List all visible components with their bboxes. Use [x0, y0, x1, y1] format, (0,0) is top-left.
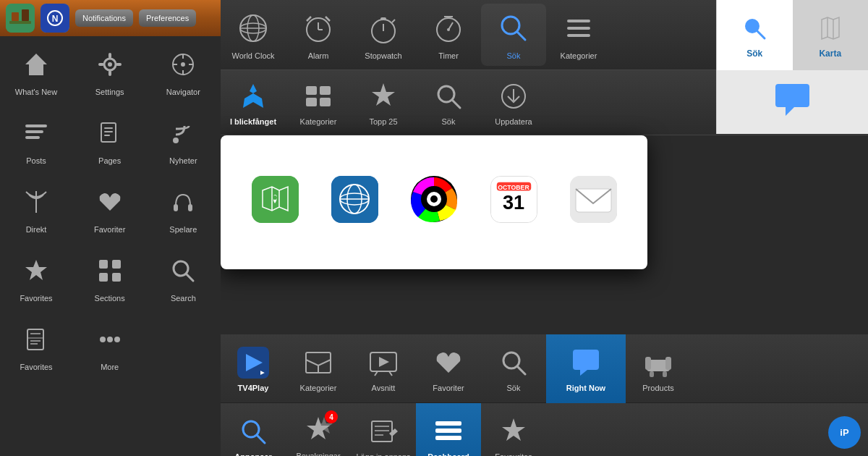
calendar-popup-icon: OCTOBER 31	[490, 176, 537, 223]
tv4play-btn[interactable]: ▶ TV4Play	[221, 334, 286, 403]
kategorier2-btn[interactable]: Kategorier	[286, 70, 351, 137]
rss-icon	[164, 114, 202, 152]
svg-rect-2	[22, 9, 29, 21]
svg-rect-122	[435, 428, 461, 433]
svg-line-63	[517, 32, 525, 40]
svg-line-74	[452, 100, 460, 108]
favourites-btn[interactable]: Favourites	[481, 403, 546, 457]
search3-icon	[496, 345, 531, 380]
kategorier3-btn[interactable]: Kategorier	[286, 334, 351, 403]
stopwatch-icon-btn[interactable]: Stopwatch	[351, 4, 416, 66]
svg-rect-69	[320, 86, 331, 95]
more-icon	[91, 321, 129, 358]
annonser-row: Annonser 4 Bevakningar	[221, 403, 868, 456]
sidebar-item-pages[interactable]: Pages	[74, 105, 146, 174]
right-now-btn[interactable]: Right Now	[546, 334, 626, 403]
sidebar-item-navigator[interactable]: Navigator	[147, 36, 219, 105]
chat-icon-large	[773, 81, 812, 121]
sidebar-item-settings[interactable]: Settings	[74, 36, 146, 105]
navigator-icon	[164, 46, 202, 83]
svg-rect-20	[25, 124, 47, 127]
kategorier-top-btn[interactable]: Kategorier	[546, 4, 611, 66]
globe-popup-btn[interactable]	[331, 176, 378, 229]
bevakningar-btn[interactable]: 4 Bevakningar	[286, 403, 351, 457]
colorwheel-popup-btn[interactable]	[411, 176, 458, 229]
ip-logo[interactable]: iP	[828, 416, 861, 449]
sidebar-item-favoriter[interactable]: Favoriter	[74, 174, 146, 242]
svg-rect-0	[6, 4, 35, 33]
topp25-btn[interactable]: Topp 25	[351, 70, 416, 137]
maps-popup-btn[interactable]	[252, 176, 299, 229]
svg-rect-70	[306, 98, 317, 106]
spotlight-icon	[236, 79, 271, 114]
world-clock-icon[interactable]: World Clock	[221, 4, 286, 66]
svg-rect-111	[663, 371, 667, 377]
sidebar-item-more[interactable]: More	[74, 311, 146, 380]
avsnitt-btn[interactable]: Avsnitt	[351, 334, 416, 403]
svg-rect-108	[645, 357, 651, 370]
sidebar-item-whats-new[interactable]: What's New	[0, 36, 72, 105]
sidebar-item-sections[interactable]: Sections	[74, 242, 146, 311]
right-panel: Sök Karta	[716, 0, 868, 134]
timer-icon-btn[interactable]: Timer	[416, 4, 481, 66]
chat-panel	[717, 70, 868, 132]
karta-tab[interactable]: Karta	[793, 0, 869, 70]
notifications-button[interactable]: Notifications	[75, 9, 133, 27]
svg-rect-25	[104, 131, 113, 132]
svg-marker-120	[389, 428, 398, 436]
book-icon	[17, 321, 55, 358]
sidebar-item-posts[interactable]: Posts	[0, 105, 72, 174]
products-btn[interactable]: Products	[626, 334, 691, 403]
sok3-btn[interactable]: Sök	[481, 334, 546, 403]
sok-tab[interactable]: Sök	[717, 0, 793, 70]
edit-icon	[366, 414, 401, 449]
svg-rect-29	[174, 204, 178, 211]
preferences-button[interactable]: Preferences	[139, 9, 196, 27]
favoriter2-btn[interactable]: Favoriter	[416, 334, 481, 403]
download-icon	[496, 79, 531, 114]
sidebar-item-spelare[interactable]: Spelare	[147, 174, 219, 242]
svg-rect-21	[25, 130, 43, 133]
screen: N Notifications Preferences What's New	[0, 0, 868, 456]
sidebar-item-nyheter[interactable]: Nyheter	[147, 105, 219, 174]
svg-rect-64	[567, 20, 590, 22]
wood-app-1[interactable]	[6, 4, 35, 33]
settings-icon	[91, 46, 129, 83]
mail-popup-btn[interactable]	[570, 176, 617, 229]
svg-point-9	[108, 62, 112, 67]
sok-top-btn[interactable]: Sök	[481, 4, 546, 66]
svg-rect-13	[116, 63, 122, 66]
lagg-in-annons-btn[interactable]: Lägg in annons	[351, 403, 416, 457]
sidebar-item-favorites2[interactable]: Favorites	[0, 311, 72, 380]
hamburger-icon	[560, 9, 597, 47]
sidebar-item-direkt[interactable]: Direkt	[0, 174, 72, 242]
mail-popup-icon	[570, 176, 617, 223]
sok2-btn[interactable]: Sök	[416, 70, 481, 137]
alarm-icon-btn[interactable]: Alarm	[286, 4, 351, 66]
svg-marker-67	[243, 84, 263, 108]
globe-popup-icon	[331, 176, 378, 223]
antenna-icon	[17, 183, 55, 221]
svg-line-37	[186, 274, 193, 281]
svg-line-58	[392, 20, 395, 22]
annonser-btn[interactable]: Annonser	[221, 403, 286, 457]
svg-rect-38	[27, 329, 43, 350]
svg-point-27	[173, 138, 179, 143]
pages-icon	[91, 114, 129, 152]
svg-rect-110	[650, 371, 654, 377]
calendar-popup-btn[interactable]: OCTOBER 31	[490, 176, 537, 229]
svg-point-60	[447, 28, 450, 31]
dashboard-btn[interactable]: Dashboard	[416, 403, 481, 457]
star2-icon	[366, 79, 401, 114]
uppdatera-btn[interactable]: Uppdatera	[481, 70, 546, 137]
bevakningar-wrapper: 4	[302, 414, 334, 446]
svg-rect-10	[109, 53, 111, 59]
wood-app-2[interactable]: N	[41, 4, 69, 33]
sidebar-item-search[interactable]: Search	[147, 242, 219, 311]
sidebar-item-favorites[interactable]: Favorites	[0, 242, 72, 311]
svg-marker-104	[379, 357, 389, 367]
stopwatch-icon	[365, 9, 402, 47]
i-blickfanget-btn[interactable]: I blickfånget	[221, 70, 286, 137]
svg-rect-68	[306, 86, 317, 95]
svg-line-113	[257, 435, 265, 443]
